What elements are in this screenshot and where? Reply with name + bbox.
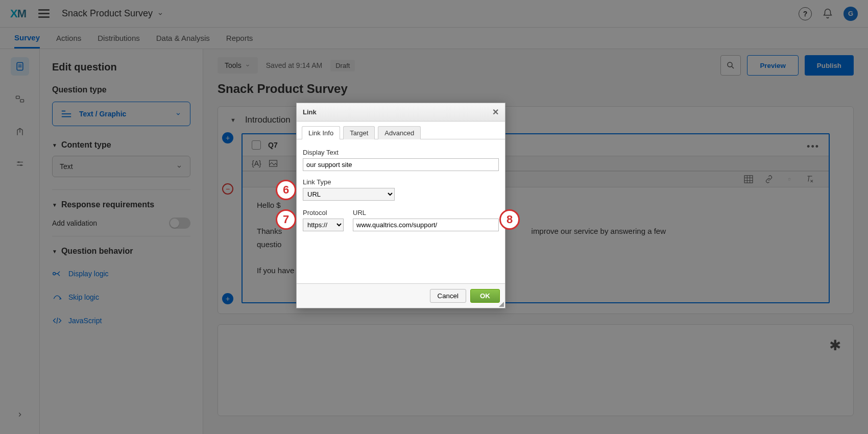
url-label: URL xyxy=(353,209,499,216)
dialog-body: Display Text Link Type URL Protocol http… xyxy=(297,139,505,283)
url-input[interactable] xyxy=(353,219,499,231)
tab-target[interactable]: Target xyxy=(343,126,375,139)
callout-6: 6 xyxy=(276,180,296,200)
resize-grip-icon[interactable] xyxy=(499,302,504,307)
display-text-label: Display Text xyxy=(303,149,499,156)
dialog-footer: Cancel OK xyxy=(297,283,505,308)
dialog-title-label: Link xyxy=(303,108,317,116)
close-icon[interactable]: ✕ xyxy=(492,107,499,117)
link-dialog: Link ✕ Link Info Target Advanced Display… xyxy=(296,103,505,308)
tab-advanced[interactable]: Advanced xyxy=(378,126,421,139)
cancel-button[interactable]: Cancel xyxy=(430,289,467,303)
protocol-label: Protocol xyxy=(303,209,345,216)
ok-button[interactable]: OK xyxy=(470,289,500,303)
dialog-titlebar: Link ✕ xyxy=(297,103,505,122)
link-type-label: Link Type xyxy=(303,178,499,186)
callout-8: 8 xyxy=(499,209,520,230)
dialog-tabs: Link Info Target Advanced xyxy=(297,122,505,139)
link-type-select[interactable]: URL xyxy=(303,188,395,201)
callout-7: 7 xyxy=(276,209,296,230)
tab-link-info[interactable]: Link Info xyxy=(302,126,340,139)
display-text-input[interactable] xyxy=(303,158,499,171)
protocol-select[interactable]: https:// xyxy=(303,219,344,231)
